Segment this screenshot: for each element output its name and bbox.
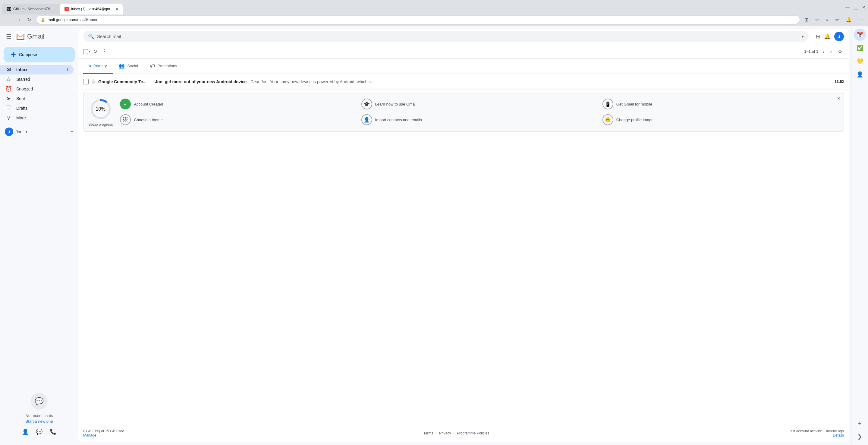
edit-button[interactable]: ✏ xyxy=(834,16,840,24)
browser-tab-github[interactable]: GH GitHub - AlessandroZ/LaZa... xyxy=(2,4,60,14)
setup-item-learn-gmail[interactable]: 🎓 Learn how to use Gmail xyxy=(361,98,598,110)
profile-image-icon: 😊 xyxy=(602,114,613,125)
gmail-m-icon xyxy=(15,31,26,42)
address-bar[interactable]: 🔒 mail.google.com/mail/#inbox xyxy=(36,16,800,24)
setup-item-gmail-mobile[interactable]: 📱 Get Gmail for mobile xyxy=(602,98,839,110)
drafts-icon: 📄 xyxy=(5,105,12,112)
chat-icon-btn[interactable]: 💬 xyxy=(36,428,42,435)
contacts-panel-button[interactable]: 👤 xyxy=(854,68,866,81)
tasks-panel-button[interactable]: ✅ xyxy=(854,42,866,54)
minimize-button[interactable]: — xyxy=(845,5,849,10)
sidebar-item-sent[interactable]: ➤ Sent xyxy=(0,94,73,103)
tab-favicon-gmail: G xyxy=(64,7,69,11)
search-dropdown-icon[interactable]: ▾ xyxy=(802,34,804,39)
details-link[interactable]: Details xyxy=(833,433,844,438)
browser-tab-gmail[interactable]: G Inbox (1) - josn464@gm... ✕ xyxy=(60,4,123,14)
select-all-checkbox[interactable] xyxy=(83,49,88,54)
maximize-button[interactable]: ⬜ xyxy=(853,5,858,10)
contacts-icon[interactable]: 👤 xyxy=(22,428,29,435)
manage-link[interactable]: Manage xyxy=(83,433,96,438)
settings-button[interactable]: ⚙ xyxy=(836,47,844,56)
email-star-icon[interactable]: ☆ xyxy=(91,79,96,85)
calendar-panel-button[interactable]: 📅 xyxy=(854,29,866,41)
keep-panel-button[interactable]: 💛 xyxy=(854,55,866,67)
search-bar[interactable]: 🔍 Search mail ▾ xyxy=(83,31,809,41)
setup-item-account-created[interactable]: ✓ Account Created xyxy=(120,98,356,110)
sidebar-item-snoozed[interactable]: ⏰ Snoozed xyxy=(0,84,73,94)
setup-item-choose-theme[interactable]: 🖼 Choose a theme xyxy=(120,114,356,125)
hamburger-button[interactable]: ☰ xyxy=(5,32,13,41)
browser-tabs: GH GitHub - AlessandroZ/LaZa... G Inbox … xyxy=(2,0,844,14)
email-row[interactable]: ☆ Google Community Te... Jon, get more o… xyxy=(79,74,849,90)
setup-item-import-contacts[interactable]: 👤 Import contacts and emails xyxy=(361,114,598,125)
select-dropdown-icon[interactable]: ▾ xyxy=(89,50,90,53)
refresh-emails-button[interactable]: ↻ xyxy=(91,47,99,56)
start-new-chat-link[interactable]: Start a new one xyxy=(25,419,53,424)
inbox-icon: ✉ xyxy=(5,66,12,73)
import-contacts-label: Import contacts and emails xyxy=(375,118,422,122)
more-icon: ∨ xyxy=(5,115,12,121)
close-button[interactable]: ✕ xyxy=(862,5,866,10)
lock-icon: 🔒 xyxy=(41,18,45,22)
apps-grid-button[interactable]: ⊞ xyxy=(816,33,820,40)
privacy-link[interactable]: Privacy xyxy=(439,431,451,435)
footer-storage: 0 GB (0%) of 15 GB used Manage xyxy=(83,429,124,438)
address-bar-row: ← → ↻ 🔒 mail.google.com/mail/#inbox ⊞ ☆ … xyxy=(0,14,868,26)
back-button[interactable]: ← xyxy=(4,16,12,24)
expand-panel-button[interactable]: ❯ xyxy=(855,431,864,442)
tab-primary[interactable]: ▪ Primary xyxy=(83,59,113,74)
split-view-button[interactable]: ⊞ xyxy=(803,16,809,24)
email-time: 13:52 xyxy=(835,80,844,84)
sidebar-item-inbox[interactable]: ✉ Inbox 1 xyxy=(0,65,73,75)
compose-icon: ✚ xyxy=(11,51,16,58)
add-panel-button[interactable]: + xyxy=(854,418,866,429)
user-section[interactable]: J Jon ▾ + xyxy=(0,125,79,138)
tab-close-gmail[interactable]: ✕ xyxy=(116,7,119,11)
expand-icon: ❯ xyxy=(858,434,862,440)
tasks-icon: ✅ xyxy=(857,44,863,51)
phone-icon[interactable]: 📞 xyxy=(50,428,56,435)
right-panel: 📅 ✅ 💛 👤 + ❯ xyxy=(851,26,868,445)
setup-item-profile-image[interactable]: 😊 Change profile image xyxy=(602,114,839,125)
address-text: mail.google.com/mail/#inbox xyxy=(48,18,795,22)
chat-section: 💬 No recent chats Start a new one 👤 💬 📞 xyxy=(0,388,79,442)
tab-social[interactable]: 👥 Social xyxy=(113,59,144,74)
browser-menu-button[interactable]: ≡ xyxy=(825,16,830,24)
setup-progress-label: Setup progress xyxy=(88,122,113,127)
search-placeholder: Search mail xyxy=(97,34,121,39)
sidebar-item-label-starred: Starred xyxy=(16,77,69,82)
email-checkbox[interactable] xyxy=(83,79,89,84)
more-options-button[interactable]: ⋮ xyxy=(100,47,108,56)
sidebar-item-more[interactable]: ∨ More xyxy=(0,113,73,123)
main-layout: ☰ Gmail ✚ Compose ✉ Inbox 1 xyxy=(0,26,868,445)
import-contacts-icon: 👤 xyxy=(361,114,372,125)
policies-link[interactable]: Programme Policies xyxy=(457,431,489,435)
email-subject-text: Jon, get more out of your new Android de… xyxy=(155,79,247,84)
compose-button[interactable]: ✚ Compose xyxy=(4,47,75,62)
sidebar-item-label-snoozed: Snoozed xyxy=(16,87,69,91)
prev-page-button[interactable]: ‹ xyxy=(821,47,826,56)
choose-theme-icon: 🖼 xyxy=(120,114,131,125)
next-page-button[interactable]: › xyxy=(829,47,834,56)
chat-icon: 💬 xyxy=(31,393,48,410)
forward-button[interactable]: → xyxy=(14,16,23,24)
refresh-button[interactable]: ↻ xyxy=(25,16,33,24)
more-browser-button[interactable]: ⋯ xyxy=(857,16,864,24)
close-setup-button[interactable]: × xyxy=(837,96,840,101)
tab-promotions[interactable]: 🏷 Promotions xyxy=(144,59,183,74)
account-avatar[interactable]: J xyxy=(834,32,844,41)
header-right-icons: ⊞ 🔔 J xyxy=(816,32,844,41)
setup-items: ✓ Account Created 🎓 Learn how to use Gma… xyxy=(120,98,839,125)
toolbar-right: 1–1 of 1 ‹ › ⚙ xyxy=(804,47,844,56)
notifications-browser-button[interactable]: 🔔 xyxy=(844,16,853,24)
footer-separator-1: · xyxy=(436,431,437,435)
sidebar-item-starred[interactable]: ☆ Starred xyxy=(0,75,73,84)
add-account-button[interactable]: + xyxy=(70,129,73,135)
new-tab-button[interactable]: + xyxy=(123,6,129,14)
notifications-button[interactable]: 🔔 xyxy=(824,33,831,40)
snoozed-icon: ⏰ xyxy=(5,86,12,92)
browser-chrome: GH GitHub - AlessandroZ/LaZa... G Inbox … xyxy=(0,0,868,14)
sidebar-item-drafts[interactable]: 📄 Drafts xyxy=(0,103,73,113)
favorites-button[interactable]: ☆ xyxy=(814,16,820,24)
terms-link[interactable]: Terms xyxy=(424,431,433,435)
